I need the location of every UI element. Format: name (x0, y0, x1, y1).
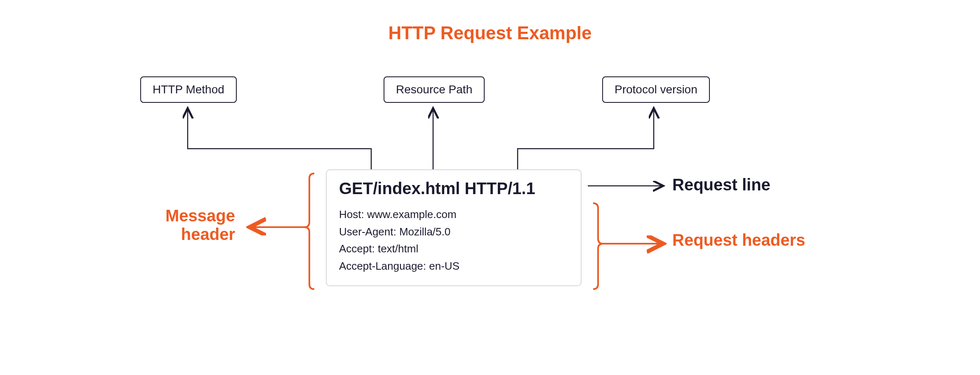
resource-path-label: Resource Path (396, 83, 472, 96)
header-accept-language: Accept-Language: en-US (339, 258, 568, 275)
protocol-version-label: Protocol version (615, 83, 697, 96)
request-line-annotation: Request line (672, 176, 770, 194)
bracket-message-header (304, 173, 314, 289)
protocol-version-label-box: Protocol version (602, 76, 710, 103)
message-header-annotation: Message header (120, 206, 235, 244)
header-user-agent: User-Agent: Mozilla/5.0 (339, 223, 568, 241)
arrow-to-method (188, 108, 371, 169)
http-request-box: GET/index.html HTTP/1.1 Host: www.exampl… (326, 169, 582, 286)
header-host: Host: www.example.com (339, 206, 568, 223)
http-method-label-box: HTTP Method (140, 76, 237, 103)
arrow-to-protocol (518, 108, 654, 169)
header-accept: Accept: text/html (339, 240, 568, 258)
diagram-title: HTTP Request Example (388, 23, 591, 43)
bracket-request-headers (593, 203, 603, 289)
resource-path-label-box: Resource Path (384, 76, 485, 103)
request-line-text: GET/index.html HTTP/1.1 (339, 179, 568, 198)
request-headers-annotation: Request headers (672, 229, 805, 251)
http-method-label: HTTP Method (153, 83, 224, 96)
